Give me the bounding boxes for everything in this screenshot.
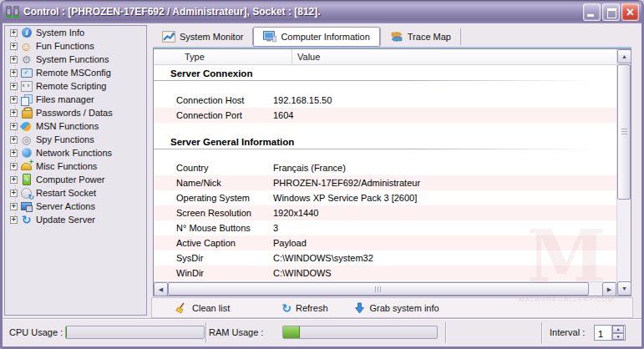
smiley-icon [20, 40, 33, 53]
action-label: Refresh [296, 303, 328, 313]
row-value: C:\WINDOWS\system32 [273, 253, 616, 263]
interval-spinbox[interactable]: ▲ ▼ [594, 325, 626, 341]
table-row[interactable]: Operating System Windows XP Service Pack… [154, 190, 616, 205]
expand-plus-icon[interactable] [10, 203, 18, 210]
row-type: SysDir [154, 253, 273, 263]
window-title: Control : [PHROZEN-17EF692 / Administrat… [23, 6, 578, 18]
row-value: C:\WINDOWS [273, 268, 616, 278]
clean-list-button[interactable]: Clean list [175, 302, 230, 314]
cpu-usage-label: CPU Usage : [9, 327, 63, 337]
action-label: Clean list [192, 303, 230, 313]
table-row[interactable]: Screen Resolution 1920x1440 [154, 205, 616, 220]
scroll-right-icon[interactable]: ▶ [602, 282, 616, 296]
row-value: Windows XP Service Pack 3 [2600] [273, 193, 616, 203]
tree-item-files-manager[interactable]: Files manager [5, 93, 146, 106]
expand-plus-icon[interactable] [10, 176, 18, 184]
chart-icon [162, 31, 175, 43]
table-row[interactable]: SysDir C:\WINDOWS\system32 [154, 250, 616, 266]
tree-item-restart-socket[interactable]: Restart Socket [5, 186, 146, 200]
computer-icon [263, 31, 276, 43]
expand-plus-icon[interactable] [10, 96, 18, 104]
tab-bar: System Monitor Computer Information Trac… [153, 26, 461, 47]
monitor-check-icon [20, 67, 33, 79]
ram-usage-fill [283, 326, 300, 338]
tab-trace-map[interactable]: Trace Map [381, 28, 460, 46]
row-type: Connection Port [154, 110, 273, 120]
expand-plus-icon[interactable] [10, 69, 18, 77]
table-row[interactable]: Name/Nick PHROZEN-17EF692/Administrateur [154, 175, 616, 190]
horizontal-scrollbar[interactable]: ◀ ▶ [154, 281, 616, 296]
update-icon [20, 214, 33, 226]
table-row[interactable]: Active Caption Payload [154, 235, 616, 250]
status-bar: CPU Usage : RAM Usage : Interval : ▲ ▼ [3, 318, 641, 346]
vertical-scrollbar[interactable]: ▲ ▼ [616, 49, 631, 296]
info-icon [20, 27, 33, 39]
maximize-button[interactable] [602, 3, 620, 21]
app-window: Control : [PHROZEN-17EF692 / Administrat… [0, 0, 644, 349]
tree-item-system-functions[interactable]: System Functions [5, 53, 146, 66]
expand-plus-icon[interactable] [10, 190, 18, 197]
actions-bar: Clean list ↻ Refresh Grab system info [151, 297, 633, 318]
table-row[interactable]: N° Mouse Buttons 3 [154, 220, 616, 235]
row-type: WinDir [154, 268, 273, 278]
function-tree: System Info Fun Functions System Functio… [4, 25, 147, 316]
tab-computer-information[interactable]: Computer Information [253, 27, 379, 47]
table-header: Type Value [154, 49, 616, 65]
vertical-scroll-thumb[interactable] [617, 64, 631, 200]
minimize-button[interactable] [583, 3, 601, 21]
column-header-value[interactable]: Value [292, 49, 616, 64]
tree-label: Passwords / Datas [36, 108, 113, 118]
row-value: PHROZEN-17EF692/Administrateur [273, 178, 616, 188]
tree-item-fun-functions[interactable]: Fun Functions [5, 39, 146, 53]
tree-item-system-info[interactable]: System Info [5, 26, 146, 39]
spin-down-icon[interactable]: ▼ [612, 333, 624, 341]
expand-plus-icon[interactable] [10, 216, 18, 224]
fingerprint-icon [20, 134, 33, 146]
folders-icon [20, 94, 33, 106]
tree-item-server-actions[interactable]: Server Actions [5, 200, 146, 213]
spin-up-icon[interactable]: ▲ [612, 326, 624, 333]
tab-label: Trace Map [408, 32, 451, 42]
ram-usage-label: RAM Usage : [209, 327, 263, 337]
tab-system-monitor[interactable]: System Monitor [153, 28, 252, 46]
row-type: Country [154, 163, 273, 173]
code-icon [20, 80, 33, 93]
scroll-left-icon[interactable]: ◀ [154, 282, 168, 296]
row-type: Screen Resolution [154, 208, 273, 218]
expand-plus-icon[interactable] [10, 109, 18, 117]
tree-item-spy-functions[interactable]: Spy Functions [5, 133, 146, 146]
tree-item-update-server[interactable]: Update Server [5, 213, 146, 226]
scroll-down-icon[interactable]: ▼ [617, 281, 631, 296]
tree-item-computer-power[interactable]: Computer Power [5, 173, 146, 186]
tree-item-passwords-datas[interactable]: Passwords / Datas [5, 106, 146, 119]
table-row[interactable]: Country Français (France) [154, 160, 616, 175]
horizontal-scroll-thumb[interactable] [168, 282, 589, 296]
section-header[interactable]: Server Connexion [154, 66, 616, 81]
section-header[interactable]: Server General Information [154, 134, 616, 149]
expand-plus-icon[interactable] [10, 43, 18, 50]
refresh-button[interactable]: ↻ Refresh [281, 303, 327, 313]
column-header-type[interactable]: Type [154, 49, 292, 64]
expand-plus-icon[interactable] [10, 136, 18, 144]
expand-plus-icon[interactable] [10, 83, 18, 90]
table-row[interactable]: WinDir C:\WINDOWS [154, 266, 616, 281]
grab-system-info-button[interactable]: Grab system info [353, 302, 439, 314]
tree-item-remote-msconfig[interactable]: Remote MSConfig [5, 66, 146, 79]
expand-plus-icon[interactable] [10, 56, 18, 63]
expand-plus-icon[interactable] [10, 163, 18, 170]
expand-plus-icon[interactable] [10, 123, 18, 130]
table-row[interactable]: Connection Port 1604 [154, 108, 616, 123]
expand-plus-icon[interactable] [10, 149, 18, 157]
tree-item-misc-functions[interactable]: Misc Functions [5, 159, 146, 173]
table-row[interactable]: Connection Host 192.168.15.50 [154, 93, 616, 108]
tree-item-msn-functions[interactable]: MSN Functions [5, 119, 146, 133]
network-computers-icon [5, 5, 20, 18]
expand-plus-icon[interactable] [10, 29, 18, 37]
tree-item-network-functions[interactable]: Network Functions [5, 146, 146, 159]
refresh-icon: ↻ [281, 303, 292, 313]
interval-input[interactable] [595, 326, 611, 340]
tree-item-remote-scripting[interactable]: Remote Scripting [5, 79, 146, 93]
close-button[interactable] [621, 3, 639, 21]
scroll-up-icon[interactable]: ▲ [617, 49, 631, 63]
statusbar-divider [541, 322, 542, 343]
